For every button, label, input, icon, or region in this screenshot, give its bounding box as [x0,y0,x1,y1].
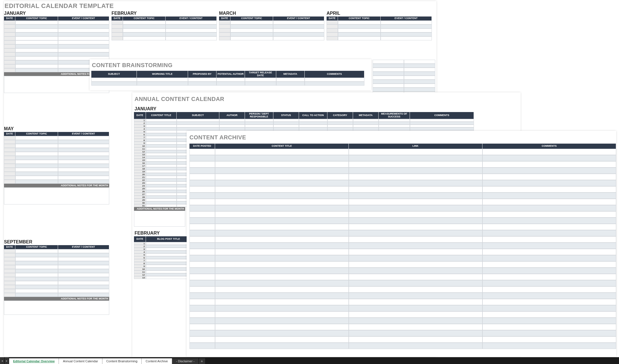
table-row[interactable] [189,230,616,236]
ac-cell[interactable] [327,122,353,125]
ac-cell[interactable] [327,125,353,127]
topic-cell[interactable] [15,293,58,297]
day-number[interactable]: 11 [134,270,146,273]
topic-cell[interactable] [15,289,58,293]
ar-cell[interactable] [189,330,215,336]
table-row[interactable] [189,268,616,274]
ar-cell[interactable] [189,268,215,274]
date-cell[interactable] [4,152,15,156]
day-number[interactable]: 5 [134,253,146,256]
table-row[interactable] [189,305,616,311]
table-row[interactable] [4,253,109,257]
ar-cell[interactable] [215,224,349,230]
topic-cell[interactable] [230,28,273,32]
bs-cell[interactable] [188,78,216,82]
ac-cell[interactable] [327,127,353,130]
date-cell[interactable] [4,277,15,281]
event-cell[interactable] [404,84,435,88]
table-row[interactable] [4,277,109,281]
day-number[interactable]: 19 [134,170,146,173]
ar-cell[interactable] [215,336,349,343]
ac-cell[interactable] [146,245,191,248]
table-row[interactable] [189,199,616,205]
topic-cell[interactable] [15,40,58,44]
date-cell[interactable] [219,24,230,28]
date-cell[interactable] [4,64,15,68]
ac-cell[interactable] [146,204,177,207]
tab-editorial-overview[interactable]: Editorial Calendar Overview [9,358,59,364]
event-cell[interactable] [58,176,109,180]
topic-cell[interactable] [15,56,58,60]
topic-cell[interactable] [230,32,273,36]
ac-cell[interactable] [146,270,191,273]
table-row[interactable] [189,255,616,261]
ar-cell[interactable] [189,261,215,268]
topic-cell[interactable] [15,277,58,281]
table-row[interactable] [4,44,109,48]
table-row[interactable] [219,24,324,28]
table-row[interactable] [189,261,616,268]
ar-cell[interactable] [189,167,215,174]
ac-cell[interactable] [146,181,177,184]
ar-cell[interactable] [349,180,482,186]
date-cell[interactable] [219,32,230,36]
ar-cell[interactable] [189,224,215,230]
topic-cell[interactable] [15,32,58,36]
ac-cell[interactable] [146,170,177,173]
date-cell[interactable] [4,32,15,36]
ar-cell[interactable] [215,330,349,336]
event-cell[interactable] [58,156,109,160]
ar-cell[interactable] [349,186,482,193]
ar-cell[interactable] [482,167,616,174]
ar-cell[interactable] [189,186,215,193]
day-number[interactable]: 9 [134,265,146,268]
ac-cell[interactable] [299,127,327,130]
day-number[interactable]: 16 [134,162,146,164]
date-cell[interactable] [4,156,15,160]
ac-cell[interactable] [146,133,177,136]
event-cell[interactable] [381,36,432,40]
table-row[interactable] [4,249,109,253]
topic-cell[interactable] [15,164,58,168]
ac-cell[interactable] [379,125,410,127]
event-cell[interactable] [58,160,109,164]
date-cell[interactable] [4,273,15,277]
event-cell[interactable] [273,24,324,28]
table-row[interactable] [4,148,109,152]
tab-annual-calendar[interactable]: Annual Content Calendar [59,358,102,364]
event-cell[interactable] [58,249,109,253]
topic-cell[interactable] [338,36,381,40]
bs-cell[interactable] [276,82,305,86]
ar-cell[interactable] [349,311,482,318]
ar-cell[interactable] [189,343,215,349]
ac-cell[interactable] [146,173,177,176]
ac-cell[interactable] [177,119,219,122]
ar-cell[interactable] [189,324,215,330]
event-cell[interactable] [381,28,432,32]
ar-cell[interactable] [349,193,482,199]
ac-cell[interactable] [299,122,327,125]
event-cell[interactable] [58,144,109,148]
ar-cell[interactable] [349,205,482,211]
event-cell[interactable] [373,80,404,84]
event-cell[interactable] [373,76,404,80]
topic-cell[interactable] [15,160,58,164]
table-row[interactable] [189,167,616,174]
topic-cell[interactable] [15,269,58,273]
table-row[interactable] [112,28,217,32]
ar-cell[interactable] [215,167,349,174]
date-cell[interactable] [4,40,15,44]
date-cell[interactable] [4,136,15,140]
table-row[interactable]: 3 [134,125,521,127]
ar-cell[interactable] [482,299,616,305]
ar-cell[interactable] [189,311,215,318]
event-cell[interactable] [58,152,109,156]
ar-cell[interactable] [482,180,616,186]
ar-cell[interactable] [349,236,482,243]
table-row[interactable] [4,172,109,176]
topic-cell[interactable] [15,68,58,72]
event-cell[interactable] [58,24,109,28]
day-number[interactable]: 2 [134,122,146,125]
bs-cell[interactable] [188,82,216,86]
ac-cell[interactable] [353,119,379,122]
